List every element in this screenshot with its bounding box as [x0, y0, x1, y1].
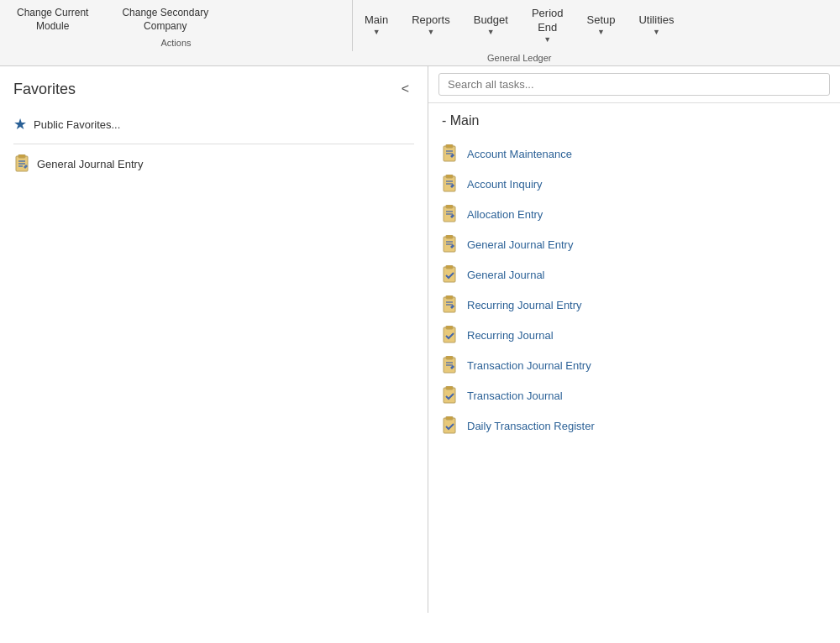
favorite-item-label: General Journal Entry — [37, 158, 143, 170]
utilities-arrow-icon: ▼ — [653, 28, 660, 38]
collapse-favorites-button[interactable]: < — [396, 80, 414, 98]
svg-rect-36 — [446, 416, 453, 420]
task-transaction-journal-entry[interactable]: Transaction Journal Entry — [442, 350, 827, 380]
nav-budget-button[interactable]: Budget ▼ — [462, 7, 520, 44]
svg-rect-6 — [446, 144, 453, 148]
setup-arrow-icon: ▼ — [597, 28, 605, 38]
favorites-list: ★ Public Favorites... General Journal En… — [0, 108, 428, 180]
budget-arrow-icon: ▼ — [487, 28, 495, 38]
svg-rect-21 — [444, 267, 455, 282]
clipboard-check-icon — [442, 326, 459, 344]
task-daily-transaction-register[interactable]: Daily Transaction Register — [442, 410, 827, 441]
main-section-header: - Main — [442, 113, 827, 128]
task-label: General Journal — [467, 269, 545, 281]
change-secondary-company-button[interactable]: Change Secondary Company — [105, 3, 225, 36]
task-label: Recurring Journal Entry — [467, 299, 582, 311]
task-allocation-entry[interactable]: Allocation Entry — [442, 199, 827, 229]
task-label: Daily Transaction Register — [467, 420, 595, 432]
task-general-journal-entry[interactable]: General Journal Entry — [442, 229, 827, 259]
svg-rect-14 — [446, 205, 453, 208]
toolbar-actions-top: Change Current Module Change Secondary C… — [0, 3, 352, 36]
toolbar-nav-section: Main ▼ Reports ▼ Budget ▼ PeriodEnd ▼ Se… — [353, 0, 840, 65]
change-current-module-button[interactable]: Change Current Module — [0, 3, 105, 36]
clipboard-pencil-icon — [442, 295, 459, 314]
favorites-title: Favorites — [13, 81, 76, 98]
public-favorites-item[interactable]: ★ Public Favorites... — [13, 108, 414, 140]
favorites-panel: Favorites < ★ Public Favorites... Genera… — [0, 66, 428, 613]
main-task-section: - Main Account Maintenance — [428, 103, 840, 451]
main-arrow-icon: ▼ — [373, 28, 381, 38]
general-ledger-label: General Ledger — [353, 51, 685, 65]
nav-section: Main ▼ Reports ▼ Budget ▼ PeriodEnd ▼ Se… — [353, 0, 685, 65]
svg-rect-27 — [444, 327, 455, 342]
clipboard-pencil-icon — [442, 175, 459, 193]
search-bar — [428, 66, 840, 103]
change-current-line1: Change Current — [17, 7, 88, 20]
toolbar-actions-section: Change Current Module Change Secondary C… — [0, 0, 353, 51]
task-label: Recurring Journal — [467, 329, 554, 342]
favorite-general-journal-entry[interactable]: General Journal Entry — [13, 148, 414, 180]
reports-arrow-icon: ▼ — [427, 28, 434, 38]
svg-rect-1 — [18, 154, 25, 158]
task-general-journal[interactable]: General Journal — [442, 259, 827, 290]
task-label: Account Maintenance — [467, 148, 572, 160]
svg-rect-22 — [446, 265, 453, 269]
task-label: Allocation Entry — [467, 208, 543, 221]
svg-rect-33 — [444, 388, 455, 403]
svg-rect-10 — [446, 175, 453, 178]
search-input[interactable] — [438, 73, 830, 96]
task-label: Account Inquiry — [467, 178, 543, 191]
nav-utilities-button[interactable]: Utilities ▼ — [627, 7, 685, 44]
nav-period-end-button[interactable]: PeriodEnd ▼ — [520, 0, 575, 51]
change-secondary-line2: Company — [144, 20, 186, 34]
task-label: Transaction Journal — [467, 389, 563, 402]
svg-rect-30 — [446, 356, 453, 359]
favorites-separator — [13, 144, 414, 144]
clipboard-check-icon — [442, 265, 459, 284]
nav-items-row: Main ▼ Reports ▼ Budget ▼ PeriodEnd ▼ Se… — [353, 0, 685, 51]
task-account-maintenance[interactable]: Account Maintenance — [442, 139, 827, 169]
actions-label: Actions — [0, 36, 352, 50]
favorites-header: Favorites < — [0, 80, 428, 108]
svg-rect-35 — [444, 418, 455, 433]
nav-setup-button[interactable]: Setup ▼ — [575, 7, 627, 44]
clipboard-pencil-icon — [442, 144, 459, 163]
svg-rect-24 — [446, 295, 453, 299]
change-secondary-line1: Change Secondary — [122, 7, 208, 20]
svg-rect-18 — [446, 235, 453, 238]
task-account-inquiry[interactable]: Account Inquiry — [442, 169, 827, 199]
task-list: Account Maintenance Account Inquiry — [442, 139, 827, 441]
clipboard-pencil-icon — [442, 235, 459, 254]
task-label: Transaction Journal Entry — [467, 359, 591, 372]
period-end-arrow-icon: ▼ — [543, 35, 551, 45]
change-current-line2: Module — [36, 20, 69, 34]
clipboard-check-icon — [442, 416, 459, 435]
nav-main-button[interactable]: Main ▼ — [353, 7, 400, 44]
star-icon: ★ — [13, 115, 27, 133]
task-panel: - Main Account Maintenance — [428, 66, 840, 613]
task-transaction-journal[interactable]: Transaction Journal — [442, 380, 827, 410]
public-favorites-label: Public Favorites... — [34, 118, 120, 131]
clipboard-pencil-icon — [13, 154, 30, 173]
svg-rect-28 — [446, 326, 453, 329]
clipboard-pencil-icon — [442, 205, 459, 223]
task-recurring-journal-entry[interactable]: Recurring Journal Entry — [442, 290, 827, 320]
nav-reports-button[interactable]: Reports ▼ — [400, 7, 462, 44]
clipboard-pencil-icon — [442, 356, 459, 374]
task-label: General Journal Entry — [467, 238, 573, 251]
content-area: Favorites < ★ Public Favorites... Genera… — [0, 66, 840, 613]
clipboard-check-icon — [442, 386, 459, 405]
svg-rect-34 — [446, 386, 453, 389]
task-recurring-journal[interactable]: Recurring Journal — [442, 320, 827, 350]
toolbar: Change Current Module Change Secondary C… — [0, 0, 840, 66]
